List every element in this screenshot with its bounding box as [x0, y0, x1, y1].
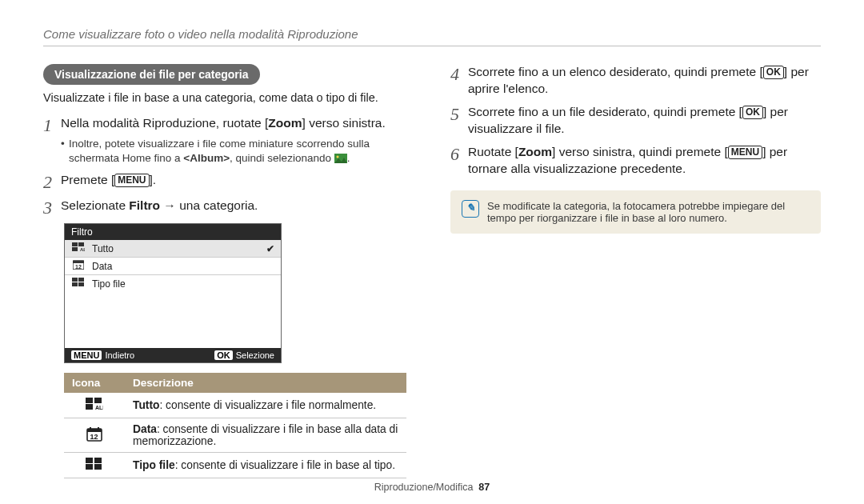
menu-button-label: MENU: [728, 146, 762, 159]
lcd-row-tutto-label: Tutto: [92, 243, 114, 254]
calendar-icon: 12: [71, 260, 86, 272]
note-box: ✎ Se modificate la categoria, la fotocam…: [450, 190, 821, 234]
step-2-body: Premete [MENU].: [61, 172, 414, 189]
step-1-sub: Inoltre, potete visualizzare i file come…: [61, 137, 414, 166]
step-5-text-a: Scorrete fino a un file desiderato, quin…: [468, 105, 742, 118]
all-icon: ALL: [86, 401, 103, 413]
svg-rect-10: [78, 278, 84, 282]
calendar-icon: 12: [86, 432, 102, 444]
check-icon: ✔: [266, 243, 274, 254]
step-1-sub-b: <Album>: [183, 152, 230, 164]
step-6-zoom: Zoom: [518, 145, 552, 158]
step-number-6: 6: [450, 144, 468, 163]
icon-description-table: Icona Descrizione ALL Tutto: consente di…: [64, 373, 406, 478]
step-4-body: Scorrete fino a un elenco desiderato, qu…: [468, 64, 821, 98]
svg-rect-9: [72, 278, 78, 282]
svg-rect-18: [87, 429, 102, 432]
breadcrumb: Come visualizzare foto o video nella mod…: [43, 27, 821, 46]
page-number: 87: [478, 482, 490, 493]
table-row: Tipo file: consente di visualizzare i fi…: [64, 453, 406, 478]
section-title-chip: Visualizzazione dei file per categoria: [43, 64, 260, 85]
ok-button-label: OK: [763, 66, 784, 79]
filetype-icon: [86, 461, 103, 473]
table-row-2-text: : consente di visualizzare i file in bas…: [175, 459, 395, 471]
lcd-select-btn: OK: [214, 350, 233, 360]
lcd-back-label: Indietro: [105, 350, 134, 360]
svg-rect-3: [78, 242, 84, 246]
left-column: Visualizzazione dei file per categoria V…: [43, 64, 414, 478]
svg-text:12: 12: [90, 433, 98, 441]
table-row-0-bold: Tutto: [133, 399, 159, 411]
step-6-text-c: ] verso sinistra, quindi premete [: [552, 145, 728, 158]
svg-rect-23: [94, 458, 102, 463]
lcd-title: Filtro: [65, 224, 281, 240]
svg-rect-7: [73, 261, 84, 263]
step-3-text-a: Selezionate: [61, 198, 129, 212]
step-2-text-b: ].: [150, 173, 157, 186]
section-intro: Visualizzate i file in base a una catego…: [43, 91, 414, 104]
svg-text:ALL: ALL: [80, 247, 85, 252]
page-footer: Riproduzione/Modifica 87: [0, 482, 864, 493]
lcd-back-btn: MENU: [71, 350, 102, 360]
svg-text:12: 12: [75, 264, 82, 270]
filetype-icon: [71, 278, 86, 290]
svg-rect-4: [72, 247, 78, 251]
step-number-2: 2: [43, 172, 61, 191]
table-row-1-bold: Data: [133, 423, 157, 435]
svg-rect-19: [90, 427, 91, 430]
footer-label: Riproduzione/Modifica: [374, 482, 474, 493]
svg-rect-12: [78, 282, 84, 286]
step-1-text-a: Nella modalità Riproduzione, ruotate [: [61, 116, 268, 130]
lcd-row-data: 12 Data: [65, 258, 281, 275]
step-3-body: Selezionate Filtro → una categoria.: [61, 198, 414, 214]
step-number-4: 4: [450, 64, 468, 83]
note-text: Se modificate la categoria, la fotocamer…: [487, 200, 810, 224]
step-1-body: Nella modalità Riproduzione, ruotate [Zo…: [61, 115, 414, 166]
lcd-row-tipofile-label: Tipo file: [92, 278, 126, 290]
svg-rect-14: [94, 398, 102, 403]
step-number-1: 1: [43, 115, 61, 134]
svg-rect-22: [86, 458, 93, 463]
svg-rect-2: [72, 242, 78, 246]
table-head-descrizione: Descrizione: [125, 373, 406, 393]
step-6-body: Ruotate [Zoom] verso sinistra, quindi pr…: [468, 144, 821, 178]
svg-rect-13: [86, 398, 93, 403]
step-1-text-c: ] verso sinistra.: [302, 116, 386, 130]
svg-text:ALL: ALL: [95, 405, 103, 410]
step-2-text-a: Premete [: [61, 173, 114, 186]
svg-rect-20: [98, 427, 99, 430]
table-row: ALL Tutto: consente di visualizzare i fi…: [64, 393, 406, 418]
step-4-text-a: Scorrete fino a un elenco desiderato, qu…: [468, 65, 763, 78]
lcd-row-tutto: ALL Tutto ✔: [65, 240, 281, 258]
step-1-sub-c: , quindi selezionando: [230, 152, 334, 164]
table-row-2-bold: Tipo file: [133, 459, 175, 471]
lcd-footer: MENUIndietro OKSelezione: [65, 348, 281, 362]
lcd-row-tipofile: Tipo file: [65, 275, 281, 292]
step-3-text-c: → una categoria.: [160, 198, 258, 212]
camera-lcd-preview: Filtro ALL Tutto ✔ 12 Data Tipo file MEN…: [64, 223, 282, 363]
table-row-1-text: : consente di visualizzare i file in bas…: [133, 423, 398, 447]
note-icon: ✎: [462, 200, 479, 218]
menu-button-label: MENU: [114, 174, 149, 187]
ok-button-label: OK: [742, 106, 763, 119]
lcd-select-label: Selezione: [236, 350, 274, 360]
step-1-zoom: Zoom: [268, 116, 302, 130]
table-row-0-text: : consente di visualizzare i file normal…: [159, 399, 376, 411]
landscape-icon: [334, 153, 347, 162]
step-6-text-a: Ruotate [: [468, 145, 518, 158]
table-row: 12 Data: consente di visualizzare i file…: [64, 418, 406, 453]
svg-rect-15: [86, 404, 93, 410]
table-head-icona: Icona: [64, 373, 125, 393]
svg-rect-25: [94, 464, 102, 470]
lcd-row-data-label: Data: [92, 261, 112, 272]
step-number-5: 5: [450, 104, 468, 123]
all-icon: ALL: [71, 242, 86, 254]
step-5-body: Scorrete fino a un file desiderato, quin…: [468, 104, 821, 138]
step-3-filtro: Filtro: [129, 198, 160, 212]
svg-rect-11: [72, 282, 78, 286]
right-column: 4 Scorrete fino a un elenco desiderato, …: [450, 64, 821, 478]
step-number-3: 3: [43, 198, 61, 217]
svg-rect-24: [86, 464, 93, 470]
svg-point-1: [336, 156, 338, 158]
